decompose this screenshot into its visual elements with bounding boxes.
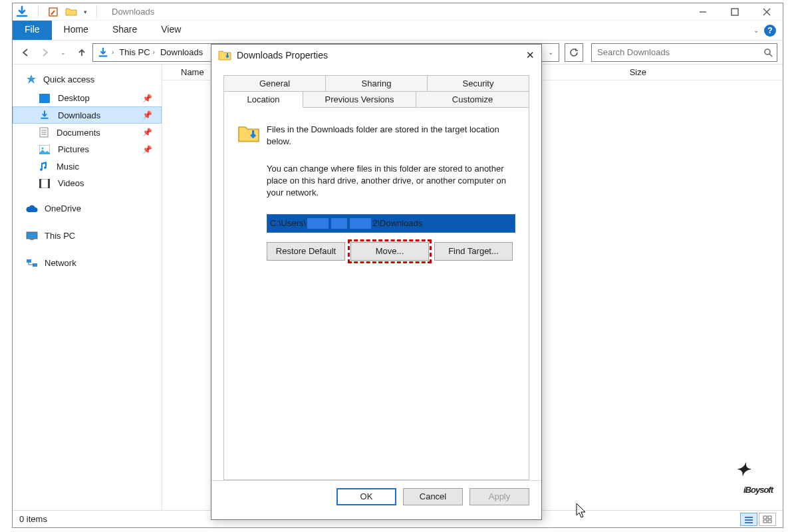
address-dropdown-icon[interactable]: ⌄ [548, 49, 557, 56]
up-button[interactable] [74, 45, 90, 61]
quick-access-section[interactable]: Quick access [13, 71, 162, 90]
pin-icon: 📌 [142, 110, 152, 120]
quick-access-icon [26, 74, 37, 84]
find-target-button[interactable]: Find Target... [434, 242, 513, 261]
ribbon: File Home Share View ⌄ ? [13, 21, 783, 41]
qat-properties-icon[interactable] [48, 7, 59, 17]
refresh-button[interactable] [565, 43, 583, 62]
location-intro-text: Files in the Downloads folder are stored… [267, 124, 515, 147]
details-view-button[interactable] [740, 513, 757, 526]
qat-folder-icon[interactable] [65, 7, 77, 17]
pictures-icon [39, 145, 50, 154]
music-icon [39, 161, 49, 172]
tab-general[interactable]: General [223, 75, 326, 92]
watermark-logo: ✦ iBoysoft [743, 469, 773, 499]
sidebar-item-thispc[interactable]: This PC [13, 228, 162, 246]
tab-previous-versions[interactable]: Previous Versions [303, 91, 416, 108]
location-path-input[interactable]: C:\Users\ 2\Downloads [267, 214, 515, 233]
pin-icon: 📌 [142, 145, 152, 154]
documents-icon [39, 127, 49, 138]
desktop-icon [39, 94, 50, 103]
nav-pane: Quick access Desktop📌 Downloads📌 Documen… [13, 65, 162, 510]
qat-dropdown-icon[interactable]: ▾ [84, 9, 87, 15]
cursor-icon [576, 503, 588, 519]
svg-rect-17 [27, 259, 31, 263]
sidebar-item-documents[interactable]: Documents📌 [13, 124, 162, 141]
thispc-icon [26, 231, 38, 241]
location-desc-text: You can change where files in this folde… [267, 163, 515, 200]
move-button[interactable]: Move... [350, 242, 429, 261]
dialog-title: Downloads Properties [237, 50, 328, 61]
home-tab[interactable]: Home [52, 21, 100, 40]
file-menu[interactable]: File [13, 21, 52, 40]
crumb-downloads[interactable]: Downloads [160, 47, 203, 57]
maximize-button[interactable] [720, 4, 749, 20]
recent-dropdown[interactable]: ⌄ [55, 45, 71, 61]
sidebar-item-music[interactable]: Music [13, 158, 162, 175]
pin-icon: 📌 [142, 94, 152, 103]
svg-rect-19 [745, 517, 753, 518]
sidebar-item-network[interactable]: Network [13, 255, 162, 273]
help-icon[interactable]: ? [764, 25, 776, 37]
tab-customize[interactable]: Customize [416, 91, 529, 108]
svg-rect-13 [39, 179, 41, 188]
sidebar-item-desktop[interactable]: Desktop📌 [13, 90, 162, 106]
restore-default-button[interactable]: Restore Default [267, 242, 345, 261]
col-size[interactable]: Size [630, 67, 646, 77]
sidebar-item-videos[interactable]: Videos [13, 175, 162, 192]
svg-point-11 [42, 147, 44, 149]
search-box[interactable] [591, 43, 777, 62]
tab-strip: General Sharing Security Location Previo… [223, 75, 529, 108]
crumb-thispc[interactable]: This PC [119, 47, 150, 57]
thumbnails-view-button[interactable] [759, 513, 776, 526]
svg-rect-20 [745, 519, 753, 521]
share-tab[interactable]: Share [100, 21, 149, 40]
search-icon[interactable] [763, 48, 773, 57]
sidebar-item-downloads[interactable]: Downloads📌 [13, 106, 162, 124]
svg-point-3 [765, 49, 770, 55]
folder-icon [218, 49, 231, 61]
svg-rect-5 [39, 94, 50, 103]
pin-icon: 📌 [142, 128, 152, 137]
minimize-button[interactable] [688, 4, 718, 20]
videos-icon [39, 179, 50, 188]
svg-rect-21 [745, 522, 753, 523]
title-bar: ▾ Downloads [13, 3, 783, 21]
window-title: Downloads [112, 7, 154, 17]
tab-location[interactable]: Location [223, 91, 303, 108]
cancel-button[interactable]: Cancel [403, 488, 463, 505]
close-button[interactable] [752, 4, 781, 20]
tab-sharing[interactable]: Sharing [325, 75, 428, 92]
ok-button[interactable]: OK [336, 488, 396, 505]
dialog-titlebar[interactable]: Downloads Properties ✕ [211, 45, 541, 66]
forward-button[interactable] [37, 45, 53, 61]
col-name[interactable]: Name [181, 67, 204, 77]
properties-dialog: Downloads Properties ✕ General Sharing S… [211, 44, 542, 520]
tab-security[interactable]: Security [427, 75, 529, 92]
folder-icon [237, 124, 260, 144]
dialog-footer: OK Cancel Apply [211, 480, 541, 512]
view-tab[interactable]: View [149, 21, 193, 40]
svg-rect-16 [30, 239, 34, 240]
search-input[interactable] [596, 47, 763, 58]
ribbon-collapse-icon[interactable]: ⌄ [753, 27, 759, 34]
svg-rect-24 [763, 520, 767, 523]
back-button[interactable] [18, 45, 34, 61]
status-item-count: 0 items [19, 514, 47, 524]
tab-content-location: Files in the Downloads folder are stored… [223, 108, 529, 480]
onedrive-icon [26, 205, 38, 213]
flame-icon: ✦ [735, 460, 749, 480]
svg-line-4 [769, 54, 772, 57]
apply-button[interactable]: Apply [469, 488, 529, 505]
sidebar-item-pictures[interactable]: Pictures📌 [13, 141, 162, 158]
network-icon [26, 259, 38, 268]
svg-rect-15 [27, 232, 37, 239]
downloads-icon [15, 5, 29, 19]
sidebar-item-onedrive[interactable]: OneDrive [13, 201, 162, 219]
downloads-crumb-icon [97, 47, 109, 59]
svg-rect-23 [768, 516, 771, 519]
downloads-icon [39, 110, 50, 120]
svg-rect-22 [763, 516, 767, 519]
dialog-close-button[interactable]: ✕ [526, 49, 535, 61]
svg-rect-14 [48, 179, 50, 188]
